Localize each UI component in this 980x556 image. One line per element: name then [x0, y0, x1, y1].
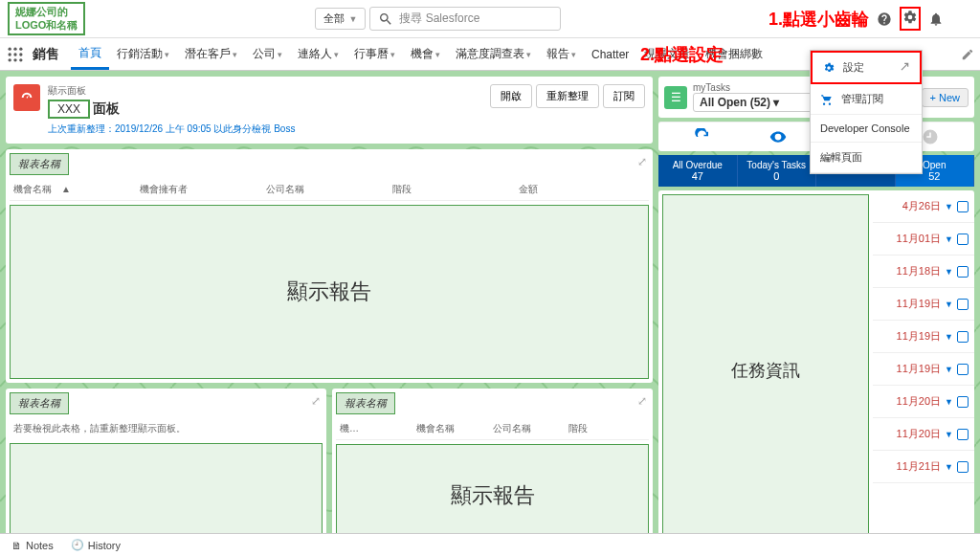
nav-reports[interactable]: 報告▾: [539, 38, 584, 70]
setup-dropdown: 設定 管理訂閱 Developer Console 編輯頁面: [810, 50, 923, 174]
nav-leads[interactable]: 潛在客戶▾: [177, 38, 245, 70]
col[interactable]: 機會名稱: [416, 422, 493, 435]
checkbox[interactable]: [957, 201, 969, 212]
help-icon[interactable]: [877, 11, 892, 27]
report-widget-main: ⤢ 報表名稱 機會名稱 ▲ 機會擁有者 公司名稱 階段 金額 顯示報告: [6, 149, 653, 383]
annotation-2: 2.點選設定: [640, 43, 724, 66]
dashboard-icon: [13, 84, 40, 111]
svg-point-4: [13, 53, 16, 56]
col[interactable]: 階段: [568, 422, 645, 435]
checkbox[interactable]: [957, 461, 969, 473]
bell-icon[interactable]: [928, 11, 944, 27]
expand-icon[interactable]: ⤢: [637, 155, 647, 168]
task-row[interactable]: 11月19日▼: [873, 288, 974, 321]
tab-today[interactable]: Today's Tasks0: [738, 155, 817, 187]
notes-utility[interactable]: 🗎 Notes: [11, 540, 54, 551]
setup-menu-setup[interactable]: 設定: [811, 51, 922, 84]
svg-point-0: [9, 47, 11, 50]
task-row[interactable]: 11月19日▼: [873, 321, 974, 353]
col-owner[interactable]: 機會擁有者: [140, 183, 266, 196]
dashboard-suffix: 面板: [93, 100, 120, 116]
task-row[interactable]: 11月18日▼: [873, 256, 974, 288]
task-row[interactable]: 11月20日▼: [873, 386, 974, 418]
report-title: 報表名稱: [336, 392, 395, 414]
app-launcher-icon[interactable]: [6, 45, 25, 64]
svg-point-1: [13, 47, 16, 50]
tasks-icon: ☰: [664, 86, 687, 109]
setup-menu-subscriptions[interactable]: 管理訂閱: [811, 84, 922, 115]
svg-point-3: [9, 53, 11, 56]
svg-point-7: [13, 58, 16, 61]
task-row[interactable]: 4月26日▼: [873, 190, 974, 223]
col[interactable]: 機…: [340, 422, 416, 435]
report-body: 顯示報告: [10, 205, 649, 379]
checkbox[interactable]: [957, 299, 969, 310]
logo-line2: LOGO和名稱: [15, 19, 78, 32]
checkbox[interactable]: [957, 234, 969, 245]
nav-calendar[interactable]: 行事曆▾: [346, 38, 403, 70]
report-body: 顯示報告: [336, 444, 649, 546]
checkbox[interactable]: [957, 396, 969, 408]
report-title: 報表名稱: [10, 392, 69, 414]
setup-label: 設定: [843, 60, 864, 75]
subscribe-button[interactable]: 訂閱: [603, 84, 645, 108]
col-account[interactable]: 公司名稱: [266, 183, 392, 196]
col-amount[interactable]: 金額: [519, 183, 645, 196]
gear-icon[interactable]: [902, 10, 918, 25]
nav-accounts[interactable]: 公司▾: [245, 38, 290, 70]
expand-icon[interactable]: ⤢: [311, 394, 321, 408]
task-dates: 4月26日▼ 11月01日▼ 11月18日▼ 11月19日▼ 11月19日▼ 1…: [873, 190, 974, 550]
tab-overdue[interactable]: All Overdue47: [658, 155, 738, 187]
global-search-input[interactable]: 搜尋 Salesforce: [369, 7, 561, 31]
refresh-icon[interactable]: [694, 128, 711, 145]
checkbox[interactable]: [957, 266, 969, 278]
setup-gear-highlight: [900, 7, 921, 31]
edit-nav-icon[interactable]: [961, 48, 974, 61]
dashboard-meta: 上次重新整理：2019/12/26 上午 09:05 以此身分檢視 Boss: [48, 122, 295, 136]
app-name: 銷售: [33, 46, 59, 63]
annotation-1: 1.點選小齒輪: [768, 8, 869, 31]
svg-point-5: [19, 53, 22, 56]
checkbox[interactable]: [957, 364, 969, 375]
eye-icon[interactable]: [769, 128, 787, 145]
new-task-button[interactable]: + New: [922, 88, 969, 107]
task-body-placeholder: 任務資訊: [662, 194, 869, 546]
subscriptions-label: 管理訂閱: [841, 92, 883, 106]
task-row[interactable]: 11月20日▼: [873, 418, 974, 451]
open-button[interactable]: 開啟: [490, 84, 532, 108]
report-widget-right: ⤢ 報表名稱 機… 機會名稱 公司名稱 階段 顯示報告: [332, 389, 653, 550]
task-list: 任務資訊 4月26日▼ 11月01日▼ 11月18日▼ 11月19日▼ 11月1…: [658, 190, 974, 550]
refresh-button[interactable]: 重新整理: [536, 84, 599, 108]
nav-chatter[interactable]: Chatter: [584, 38, 636, 70]
history-utility[interactable]: 🕘 History: [71, 539, 121, 551]
nav-home[interactable]: 首頁: [71, 38, 109, 70]
cart-icon: [820, 93, 834, 106]
task-row[interactable]: 11月19日▼: [873, 353, 974, 386]
nav-surveys[interactable]: 滿意度調查表▾: [448, 38, 539, 70]
checkbox[interactable]: [957, 429, 969, 440]
report-body: [10, 443, 323, 546]
search-scope-select[interactable]: 全部▼: [315, 8, 366, 30]
setup-menu-devconsole[interactable]: Developer Console: [811, 115, 922, 143]
gear-icon: [822, 61, 835, 75]
task-row[interactable]: 11月21日▼: [873, 451, 974, 483]
report-headers: 機會名稱 ▲ 機會擁有者 公司名稱 階段 金額: [10, 179, 649, 201]
col-opp-name[interactable]: 機會名稱 ▲: [13, 183, 140, 196]
nav-opportunities[interactable]: 機會▾: [403, 38, 448, 70]
col-stage[interactable]: 階段: [392, 183, 519, 196]
editpage-label: 編輯頁面: [820, 150, 862, 165]
clock-icon[interactable]: [922, 128, 939, 145]
checkbox[interactable]: [957, 331, 969, 343]
nav-contacts[interactable]: 連絡人▾: [290, 38, 346, 70]
dashboard-header: 顯示面板 XXX 面板 上次重新整理：2019/12/26 上午 09:05 以…: [6, 77, 653, 144]
user-avatar[interactable]: [951, 9, 972, 30]
task-row[interactable]: 11月01日▼: [873, 223, 974, 256]
setup-menu-editpage[interactable]: 編輯頁面: [811, 143, 922, 173]
dashboard-label: 顯示面板: [48, 84, 295, 98]
logo-line1: 妮娜公司的: [15, 6, 78, 18]
dashboard-name: XXX: [48, 100, 90, 119]
nav-campaigns[interactable]: 行銷活動▾: [109, 38, 177, 70]
search-placeholder: 搜尋 Salesforce: [399, 11, 479, 27]
expand-icon[interactable]: ⤢: [637, 394, 647, 408]
col[interactable]: 公司名稱: [493, 422, 569, 435]
